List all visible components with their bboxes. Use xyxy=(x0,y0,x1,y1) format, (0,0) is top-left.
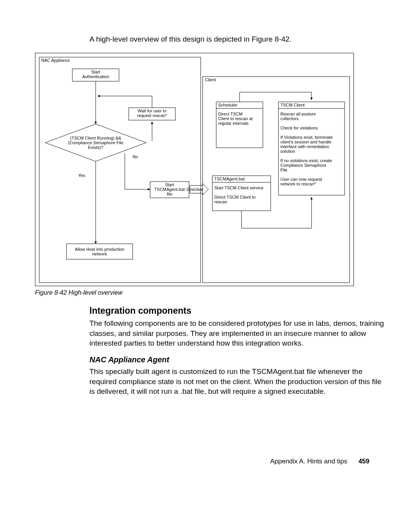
tscmagent-t3: rescan xyxy=(214,199,227,204)
sched-t1: Direct TSCM xyxy=(218,112,243,116)
tc-t2: collectors xyxy=(280,116,299,121)
tscmagent-t2: Direct TSCM Client to xyxy=(214,195,256,199)
allow-t2: network xyxy=(92,252,107,256)
wait-text2: request rescan* xyxy=(137,113,167,118)
tc-t4: If Violations exist, terminate xyxy=(280,135,332,140)
tc-t1: Rescan all posture xyxy=(280,112,316,116)
wait-text1: Wait for user to xyxy=(138,108,166,113)
subhead-body-nac-agent: This specially built agent is customized… xyxy=(89,367,385,397)
start-auth-text1: Start xyxy=(91,70,100,74)
tc-t10: File. xyxy=(280,168,289,172)
sched-t3: regular intervals xyxy=(218,121,249,126)
client-label: Client xyxy=(205,77,216,82)
tscmagent-t1: Start TSCM Client service xyxy=(214,185,263,190)
page-footer: Appendix A. Hints and tips 459 xyxy=(270,458,369,465)
tc-t9: Compliance Semaphore xyxy=(280,163,326,168)
start-bat-t1: Start xyxy=(165,182,174,187)
document-page: A high-level overview of this design is … xyxy=(0,0,420,512)
start-bat-t3: file xyxy=(167,192,172,196)
tc-t3: Check for violations xyxy=(280,126,318,130)
page-number: 459 xyxy=(359,458,369,465)
subhead-nac-agent: NAC Appliance Agent xyxy=(89,355,385,364)
decision-text3: Exists)? xyxy=(88,145,103,150)
decision-text1: (TSCM Client Running) && xyxy=(70,136,121,140)
tc-t12: network to rescan* xyxy=(280,182,316,186)
section-title-integration: Integration components xyxy=(89,306,385,316)
tc-t5: client's session and handle xyxy=(280,140,331,144)
directive-label: Directive xyxy=(187,187,203,192)
figure-8-42: NAC Appliance Client Start Authenticatio… xyxy=(35,53,354,286)
figure-caption: Figure 8-42 High-level overview xyxy=(35,289,385,296)
footer-appendix-text: Appendix A. Hints and tips xyxy=(270,458,347,465)
tc-t6: interface with remediation xyxy=(280,144,329,149)
no-label: No xyxy=(133,154,138,159)
tc-t7: solution xyxy=(280,149,295,154)
lead-paragraph: A high-level overview of this design is … xyxy=(89,35,385,44)
sched-title: Scheduler xyxy=(218,103,238,107)
start-auth-text2: Authentication xyxy=(82,74,109,79)
allow-t1: Allow Host into production xyxy=(75,247,124,252)
decision-text2: (Compliance Semaphore File xyxy=(68,140,123,145)
nac-appliance-label: NAC Appliance xyxy=(41,58,70,63)
section-body-integration: The following components are to be consi… xyxy=(89,318,385,348)
tc-t8: If no violations exist, create xyxy=(280,158,332,163)
tscmclient-title: TSCM Client xyxy=(280,103,304,107)
start-bat-t2: TSCMAgent.bat xyxy=(154,187,185,192)
tscmagent-title: TSCMAgent.bat xyxy=(214,176,245,181)
yes-label: Yes xyxy=(78,173,85,178)
sched-t2: Client to rescan at xyxy=(218,116,253,121)
tc-t11: User can now request xyxy=(280,177,322,182)
